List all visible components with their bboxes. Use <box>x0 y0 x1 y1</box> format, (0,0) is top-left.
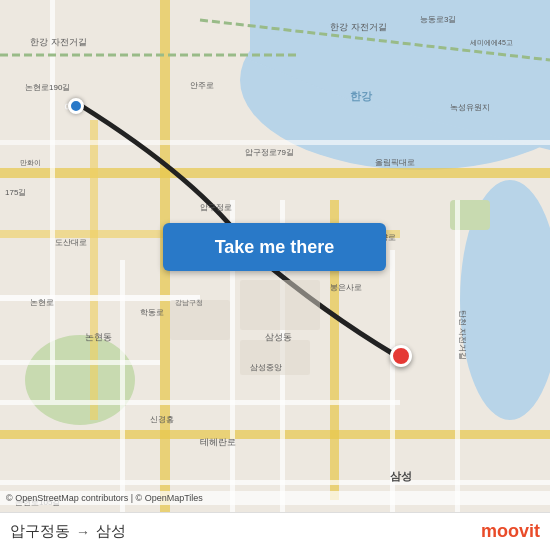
take-me-there-label: Take me there <box>215 237 335 258</box>
svg-text:한강 자전거길: 한강 자전거길 <box>330 22 387 32</box>
svg-text:압구정로79길: 압구정로79길 <box>245 148 294 157</box>
svg-text:삼성중앙: 삼성중앙 <box>250 363 282 372</box>
map-background: 한강 자전거길 논현로190길 안주로 한강 자전거길 능동로3길 세미에에45… <box>0 0 550 550</box>
svg-text:탄천 자전거길: 탄천 자전거길 <box>458 310 467 360</box>
moovit-logo: moovit <box>481 521 540 542</box>
svg-point-5 <box>25 335 135 425</box>
svg-rect-14 <box>0 360 160 365</box>
svg-text:올림픽대로: 올림픽대로 <box>375 158 415 167</box>
moovit-brand-text: moovit <box>481 521 540 542</box>
svg-text:신경홍: 신경홍 <box>150 415 174 424</box>
route-to: 삼성 <box>96 522 126 541</box>
bottom-bar: 압구정동 → 삼성 moovit <box>0 512 550 550</box>
svg-rect-26 <box>170 300 230 340</box>
svg-rect-16 <box>50 0 55 400</box>
svg-rect-8 <box>0 430 550 439</box>
origin-dot <box>68 98 84 114</box>
svg-text:학동로: 학동로 <box>140 308 164 317</box>
route-arrow-icon: → <box>76 524 90 540</box>
svg-text:삼성동: 삼성동 <box>265 332 292 342</box>
svg-text:논현로190길: 논현로190길 <box>25 83 70 92</box>
svg-text:175길: 175길 <box>5 188 26 197</box>
svg-rect-15 <box>0 480 550 485</box>
map-container: 한강 자전거길 논현로190길 안주로 한강 자전거길 능동로3길 세미에에45… <box>0 0 550 550</box>
destination-pin <box>390 345 412 367</box>
take-me-there-button[interactable]: Take me there <box>163 223 386 271</box>
route-info: 압구정동 → 삼성 <box>10 522 126 541</box>
svg-text:논현로: 논현로 <box>30 298 54 307</box>
svg-text:안주로: 안주로 <box>190 81 214 90</box>
svg-rect-12 <box>160 0 170 550</box>
svg-text:논현동: 논현동 <box>85 332 112 342</box>
svg-rect-20 <box>0 140 550 145</box>
svg-text:강남구청: 강남구청 <box>175 299 203 307</box>
attribution-bar: © OpenStreetMap contributors | © OpenMap… <box>0 491 550 505</box>
svg-rect-11 <box>90 120 98 420</box>
svg-text:한강 자전거길: 한강 자전거길 <box>30 37 87 47</box>
svg-text:능동로3길: 능동로3길 <box>420 15 456 24</box>
svg-text:세미에에45고: 세미에에45고 <box>470 39 513 46</box>
svg-text:도산대로: 도산대로 <box>55 238 87 247</box>
svg-text:압구정로: 압구정로 <box>200 203 232 212</box>
attribution-text: © OpenStreetMap contributors | © OpenMap… <box>6 493 203 503</box>
svg-text:테헤란로: 테헤란로 <box>200 437 236 447</box>
svg-text:만화이: 만화이 <box>20 159 41 166</box>
svg-rect-7 <box>0 168 550 178</box>
svg-rect-28 <box>240 280 320 330</box>
svg-text:녹성유원지: 녹성유원지 <box>450 103 490 112</box>
svg-text:삼성: 삼성 <box>390 470 412 482</box>
route-from: 압구정동 <box>10 522 70 541</box>
svg-rect-21 <box>0 400 400 405</box>
svg-text:봉은사로: 봉은사로 <box>330 283 362 292</box>
svg-text:한강: 한강 <box>350 90 373 102</box>
